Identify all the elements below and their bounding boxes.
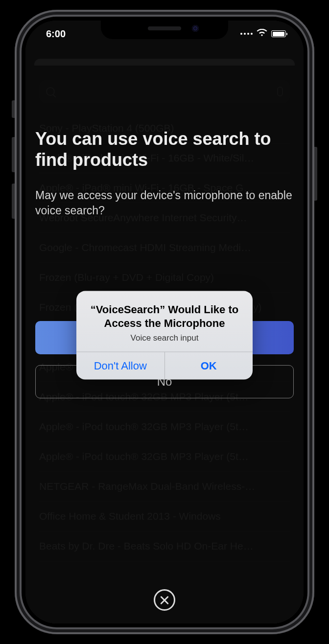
volume-up-button (12, 137, 15, 172)
alert-title: “VoiceSearch” Would Like to Access the M… (88, 303, 241, 330)
volume-down-button (12, 184, 15, 219)
alert-ok-label: OK (201, 360, 217, 372)
phone-frame: Sony - PlayStation 4 (500GB) Apple® - iP… (15, 10, 314, 634)
alert-message: Voice search input (88, 333, 241, 343)
permission-title: You can use voice search to find product… (35, 128, 294, 170)
battery-icon (271, 30, 286, 37)
alert-content: “VoiceSearch” Would Like to Access the M… (76, 291, 253, 352)
silent-switch (12, 100, 15, 118)
close-icon[interactable] (154, 589, 175, 611)
alert-dont-allow-label: Don't Allow (94, 360, 147, 372)
speaker-grille (148, 26, 181, 30)
system-alert: “VoiceSearch” Would Like to Access the M… (76, 291, 253, 380)
front-camera (192, 25, 199, 32)
notch (101, 21, 228, 39)
wifi-icon (257, 29, 267, 39)
side-button (314, 147, 317, 201)
alert-buttons: Don't Allow OK (76, 352, 253, 380)
alert-ok-button[interactable]: OK (164, 352, 253, 380)
alert-dont-allow-button[interactable]: Don't Allow (76, 352, 164, 380)
status-icons (240, 29, 286, 39)
screen: Sony - PlayStation 4 (500GB) Apple® - iP… (25, 21, 304, 623)
cellular-icon (240, 33, 253, 35)
permission-subtitle: May we access your device's microphone t… (35, 188, 294, 218)
status-time: 6:00 (46, 28, 66, 40)
